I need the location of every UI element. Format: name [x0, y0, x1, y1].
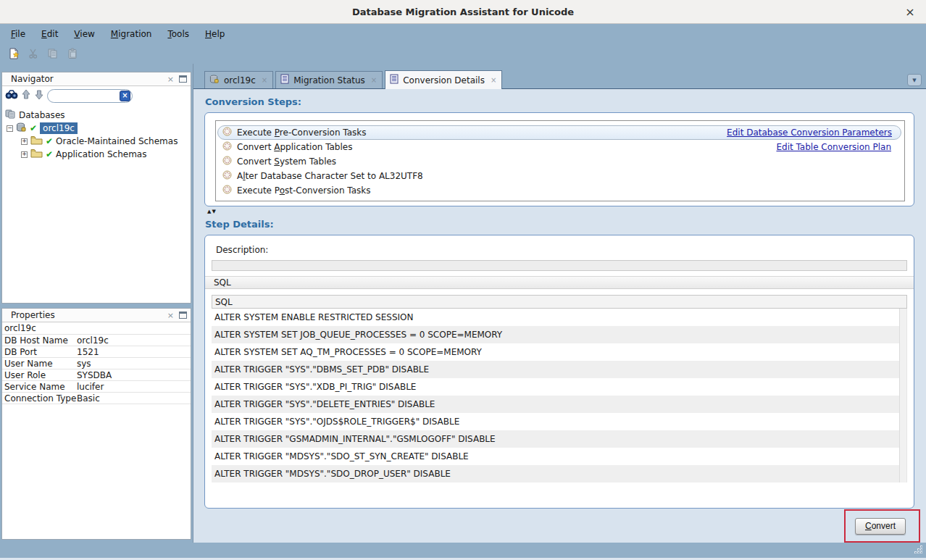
pending-clock-icon [222, 185, 232, 196]
main-area: Navigator × × [0, 64, 926, 543]
property-label: Connection Type [4, 393, 77, 404]
step-convert-system-tables[interactable]: Convert System Tables [217, 154, 903, 169]
expand-expander-icon[interactable]: + [21, 151, 28, 158]
tab-migration-status[interactable]: Migration Status × [275, 71, 383, 88]
pane-splitter[interactable]: ▲ ▼ [204, 206, 914, 216]
resize-grip[interactable] [913, 544, 923, 556]
window-close-icon[interactable]: × [903, 4, 917, 19]
new-document-icon[interactable] [6, 46, 22, 62]
status-check-icon: ✔ [46, 136, 53, 146]
copy-icon [45, 46, 61, 62]
navigator-search-input[interactable]: × [47, 89, 133, 103]
sql-row[interactable]: ALTER TRIGGER "SYS"."XDB_PI_TRIG" DISABL… [212, 378, 899, 396]
step-alter-database-character-set[interactable]: Alter Database Character Set to AL32UTF8 [217, 169, 903, 183]
selected-db-label: orcl19c [40, 122, 78, 134]
property-label: DB Port [4, 347, 77, 357]
properties-close-icon[interactable]: × [167, 312, 174, 319]
menu-bar: File Edit View Migration Tools Help [0, 24, 926, 43]
property-value: orcl19c [77, 335, 191, 346]
navigator-search-row: × [2, 86, 191, 105]
document-icon [280, 74, 289, 86]
property-row: DB Host Name orcl19c [2, 335, 191, 346]
tree-item-application-schemas[interactable]: + ✔ Application Schemas [21, 148, 189, 161]
sql-row[interactable]: ALTER TRIGGER "GSMADMIN_INTERNAL"."GSMLO… [212, 430, 899, 448]
tree-item-oracle-maintained-schemas[interactable]: + ✔ Oracle-Maintained Schemas [21, 135, 189, 148]
pending-clock-icon [222, 156, 232, 167]
toolbar [0, 43, 926, 64]
properties-minimize-icon[interactable] [179, 312, 187, 319]
navigator-header: Navigator × [2, 72, 191, 86]
property-row: User Name sys [2, 358, 191, 369]
step-execute-post-conversion[interactable]: Execute Post-Conversion Tasks [217, 183, 903, 198]
edit-database-conversion-parameters-link[interactable]: Edit Database Conversion Parameters [727, 128, 892, 138]
conversion-details-content: Conversion Steps: Execute Pre-Conversion… [193, 89, 926, 543]
menu-tools[interactable]: Tools [159, 26, 197, 42]
sql-section-label: SQL [205, 276, 914, 289]
tree-item-orcl19c[interactable]: − ✔ orcl19c [7, 122, 189, 135]
editor-area: orcl19c × Migration Status × Conversion … [193, 64, 926, 543]
step-label: Convert Application Tables [237, 142, 352, 152]
window-title: Database Migration Assistant for Unicode [352, 7, 574, 17]
navigator-title: Navigator [11, 74, 162, 84]
status-check-icon: ✔ [30, 123, 37, 133]
navigator-minimize-icon[interactable] [179, 75, 187, 83]
property-row: Connection Type Basic [2, 393, 191, 404]
menu-help[interactable]: Help [197, 26, 233, 42]
sql-row[interactable]: ALTER SYSTEM SET JOB_QUEUE_PROCESSES = 0… [212, 326, 899, 343]
sql-row[interactable]: ALTER TRIGGER "MDSYS"."SDO_DROP_USER" DI… [212, 465, 899, 482]
binoculars-icon[interactable] [5, 89, 18, 102]
paste-icon [64, 46, 80, 62]
sql-row[interactable]: ALTER TRIGGER "SYS"."DBMS_SET_PDB" DISAB… [212, 361, 899, 378]
convert-button[interactable]: Convert [855, 518, 906, 535]
splitter-up-icon[interactable]: ▲ [207, 209, 211, 214]
sql-column-header[interactable]: SQL [212, 295, 907, 309]
document-icon [390, 74, 399, 86]
step-label: Execute Pre-Conversion Tasks [237, 128, 366, 138]
menu-migration[interactable]: Migration [103, 26, 160, 42]
property-label: User Role [4, 370, 77, 380]
properties-subject: orcl19c [2, 322, 191, 335]
find-previous-icon[interactable] [21, 89, 31, 102]
tab-orcl19c[interactable]: orcl19c × [204, 71, 273, 88]
property-value: SYSDBA [77, 370, 191, 380]
sql-row[interactable]: ALTER SYSTEM ENABLE RESTRICTED SESSION [212, 309, 899, 326]
database-icon [16, 122, 27, 135]
description-label: Description: [216, 245, 914, 255]
sql-row[interactable]: ALTER TRIGGER "MDSYS"."SDO_ST_SYN_CREATE… [212, 448, 899, 465]
conversion-steps-list: Execute Pre-Conversion Tasks Edit Databa… [215, 120, 905, 201]
property-row: User Role SYSDBA [2, 369, 191, 381]
step-convert-application-tables[interactable]: Convert Application Tables Edit Table Co… [217, 140, 903, 154]
tab-close-icon[interactable]: × [262, 76, 267, 84]
tab-list-dropdown-button[interactable]: ▼ [907, 74, 922, 86]
splitter-down-icon[interactable]: ▼ [212, 209, 215, 214]
search-clear-icon[interactable]: × [120, 91, 130, 101]
property-value: 1521 [77, 347, 191, 357]
pending-clock-icon [222, 170, 232, 182]
navigator-close-icon[interactable]: × [167, 75, 174, 83]
menu-file[interactable]: File [3, 26, 33, 42]
property-row: DB Port 1521 [2, 346, 191, 358]
title-bar: Database Migration Assistant for Unicode… [0, 0, 926, 24]
sql-scrollbar[interactable] [899, 309, 907, 482]
menu-view[interactable]: View [66, 26, 102, 42]
properties-title: Properties [11, 310, 162, 320]
collapse-expander-icon[interactable]: − [7, 125, 13, 132]
menu-edit[interactable]: Edit [33, 26, 66, 42]
properties-panel: Properties × orcl19c DB Host Name orcl19… [1, 308, 191, 540]
folder-icon [30, 135, 43, 147]
tab-close-icon[interactable]: × [371, 76, 377, 84]
sql-row[interactable]: ALTER SYSTEM SET AQ_TM_PROCESSES = 0 SCO… [212, 343, 899, 361]
sql-row[interactable]: ALTER TRIGGER "SYS"."OJDS$ROLE_TRIGGER$"… [212, 413, 899, 430]
step-execute-pre-conversion[interactable]: Execute Pre-Conversion Tasks Edit Databa… [217, 125, 901, 140]
conversion-steps-heading: Conversion Steps: [205, 96, 914, 107]
navigator-tree: Databases − ✔ orcl19c + [2, 105, 191, 303]
description-field[interactable] [212, 260, 907, 271]
tab-close-icon[interactable]: × [491, 76, 496, 84]
tree-item-databases[interactable]: Databases [5, 109, 189, 122]
expand-expander-icon[interactable]: + [21, 138, 28, 145]
sql-row[interactable]: ALTER TRIGGER "SYS"."DELETE_ENTRIES" DIS… [212, 396, 899, 413]
edit-table-conversion-plan-link[interactable]: Edit Table Conversion Plan [776, 142, 891, 152]
tab-conversion-details[interactable]: Conversion Details × [385, 70, 502, 89]
find-next-icon[interactable] [34, 89, 44, 102]
database-stack-icon [5, 109, 16, 122]
